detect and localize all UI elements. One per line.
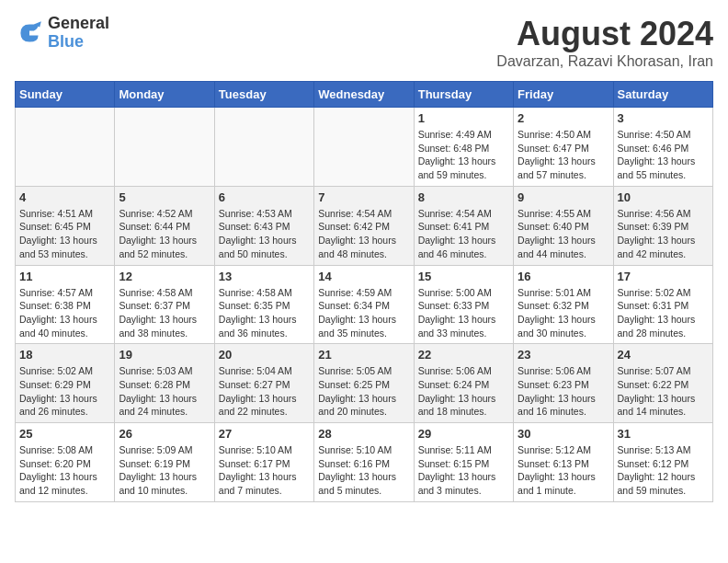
calendar-cell: 25Sunrise: 5:08 AMSunset: 6:20 PMDayligh…	[16, 423, 115, 502]
day-info: Sunrise: 4:49 AMSunset: 6:48 PMDaylight:…	[418, 128, 509, 182]
day-number: 17	[618, 270, 709, 283]
week-row-2: 4Sunrise: 4:51 AMSunset: 6:45 PMDaylight…	[16, 186, 713, 265]
day-number: 8	[418, 190, 509, 204]
calendar-cell	[214, 108, 313, 187]
calendar-cell: 22Sunrise: 5:06 AMSunset: 6:24 PMDayligh…	[414, 344, 513, 423]
calendar-cell	[16, 108, 115, 187]
day-info: Sunrise: 5:03 AMSunset: 6:28 PMDaylight:…	[119, 364, 210, 419]
week-row-4: 18Sunrise: 5:02 AMSunset: 6:29 PMDayligh…	[16, 344, 713, 423]
day-info: Sunrise: 5:10 AMSunset: 6:16 PMDaylight:…	[318, 443, 409, 498]
day-number: 26	[119, 427, 210, 441]
calendar-cell	[115, 108, 214, 187]
logo: General Blue	[15, 15, 109, 52]
calendar-cell: 18Sunrise: 5:02 AMSunset: 6:29 PMDayligh…	[16, 344, 115, 423]
calendar-cell: 13Sunrise: 4:58 AMSunset: 6:35 PMDayligh…	[214, 265, 313, 344]
calendar-cell: 1Sunrise: 4:49 AMSunset: 6:48 PMDaylight…	[414, 108, 513, 187]
day-number: 14	[318, 270, 409, 283]
day-number: 25	[19, 427, 110, 441]
day-info: Sunrise: 5:06 AMSunset: 6:24 PMDaylight:…	[418, 364, 509, 419]
day-info: Sunrise: 4:54 AMSunset: 6:42 PMDaylight:…	[318, 207, 409, 261]
day-info: Sunrise: 4:54 AMSunset: 6:41 PMDaylight:…	[418, 207, 509, 261]
weekday-header-friday: Friday	[514, 82, 613, 108]
page-header: General Blue August 2024 Davarzan, Razav…	[15, 15, 713, 70]
calendar-cell: 4Sunrise: 4:51 AMSunset: 6:45 PMDaylight…	[16, 186, 115, 265]
calendar-cell: 24Sunrise: 5:07 AMSunset: 6:22 PMDayligh…	[613, 344, 712, 423]
day-info: Sunrise: 4:52 AMSunset: 6:44 PMDaylight:…	[119, 207, 210, 261]
calendar-cell: 11Sunrise: 4:57 AMSunset: 6:38 PMDayligh…	[16, 265, 115, 344]
day-info: Sunrise: 5:09 AMSunset: 6:19 PMDaylight:…	[119, 443, 210, 498]
day-info: Sunrise: 5:05 AMSunset: 6:25 PMDaylight:…	[318, 364, 409, 419]
day-number: 10	[618, 190, 709, 204]
day-number: 3	[618, 111, 709, 125]
day-info: Sunrise: 4:51 AMSunset: 6:45 PMDaylight:…	[19, 207, 110, 261]
day-number: 2	[518, 111, 609, 125]
day-number: 24	[618, 348, 709, 362]
calendar-cell: 17Sunrise: 5:02 AMSunset: 6:31 PMDayligh…	[613, 265, 712, 344]
weekday-header-row: SundayMondayTuesdayWednesdayThursdayFrid…	[16, 82, 713, 108]
calendar-cell: 10Sunrise: 4:56 AMSunset: 6:39 PMDayligh…	[613, 186, 712, 265]
weekday-header-tuesday: Tuesday	[214, 82, 313, 108]
day-info: Sunrise: 5:07 AMSunset: 6:22 PMDaylight:…	[618, 364, 709, 419]
calendar-cell	[314, 108, 414, 187]
calendar-cell: 5Sunrise: 4:52 AMSunset: 6:44 PMDaylight…	[115, 186, 214, 265]
day-info: Sunrise: 5:00 AMSunset: 6:33 PMDaylight:…	[418, 286, 509, 340]
calendar-cell: 23Sunrise: 5:06 AMSunset: 6:23 PMDayligh…	[514, 344, 613, 423]
week-row-3: 11Sunrise: 4:57 AMSunset: 6:38 PMDayligh…	[16, 265, 713, 344]
day-number: 29	[418, 427, 509, 441]
calendar-cell: 31Sunrise: 5:13 AMSunset: 6:12 PMDayligh…	[613, 423, 712, 502]
day-number: 11	[19, 270, 110, 283]
calendar-cell: 29Sunrise: 5:11 AMSunset: 6:15 PMDayligh…	[414, 423, 513, 502]
calendar-cell: 21Sunrise: 5:05 AMSunset: 6:25 PMDayligh…	[314, 344, 414, 423]
logo-text: General Blue	[48, 15, 109, 52]
day-number: 28	[318, 427, 409, 441]
day-number: 1	[418, 111, 509, 125]
day-number: 22	[418, 348, 509, 362]
calendar-cell: 20Sunrise: 5:04 AMSunset: 6:27 PMDayligh…	[214, 344, 313, 423]
calendar-cell: 12Sunrise: 4:58 AMSunset: 6:37 PMDayligh…	[115, 265, 214, 344]
day-info: Sunrise: 5:13 AMSunset: 6:12 PMDaylight:…	[618, 443, 709, 498]
calendar-cell: 14Sunrise: 4:59 AMSunset: 6:34 PMDayligh…	[314, 265, 414, 344]
day-number: 21	[318, 348, 409, 362]
calendar-cell: 19Sunrise: 5:03 AMSunset: 6:28 PMDayligh…	[115, 344, 214, 423]
day-info: Sunrise: 5:08 AMSunset: 6:20 PMDaylight:…	[19, 443, 110, 498]
day-info: Sunrise: 4:50 AMSunset: 6:47 PMDaylight:…	[518, 128, 609, 182]
calendar-cell: 6Sunrise: 4:53 AMSunset: 6:43 PMDaylight…	[214, 186, 313, 265]
day-info: Sunrise: 5:12 AMSunset: 6:13 PMDaylight:…	[518, 443, 609, 498]
day-number: 31	[618, 427, 709, 441]
weekday-header-thursday: Thursday	[414, 82, 513, 108]
day-info: Sunrise: 4:58 AMSunset: 6:35 PMDaylight:…	[219, 286, 310, 340]
day-info: Sunrise: 4:55 AMSunset: 6:40 PMDaylight:…	[518, 207, 609, 261]
day-number: 23	[518, 348, 609, 362]
day-info: Sunrise: 5:01 AMSunset: 6:32 PMDaylight:…	[518, 286, 609, 340]
day-number: 15	[418, 270, 509, 283]
logo-icon	[15, 18, 44, 48]
calendar-cell: 27Sunrise: 5:10 AMSunset: 6:17 PMDayligh…	[214, 423, 313, 502]
calendar-cell: 9Sunrise: 4:55 AMSunset: 6:40 PMDaylight…	[514, 186, 613, 265]
location-subtitle: Davarzan, Razavi Khorasan, Iran	[496, 53, 713, 70]
day-number: 7	[318, 190, 409, 204]
day-info: Sunrise: 5:06 AMSunset: 6:23 PMDaylight:…	[518, 364, 609, 419]
calendar-cell: 7Sunrise: 4:54 AMSunset: 6:42 PMDaylight…	[314, 186, 414, 265]
day-number: 12	[119, 270, 210, 283]
week-row-1: 1Sunrise: 4:49 AMSunset: 6:48 PMDaylight…	[16, 108, 713, 187]
day-info: Sunrise: 5:10 AMSunset: 6:17 PMDaylight:…	[219, 443, 310, 498]
calendar-table: SundayMondayTuesdayWednesdayThursdayFrid…	[15, 81, 713, 502]
day-info: Sunrise: 4:58 AMSunset: 6:37 PMDaylight:…	[119, 286, 210, 340]
week-row-5: 25Sunrise: 5:08 AMSunset: 6:20 PMDayligh…	[16, 423, 713, 502]
day-number: 16	[518, 270, 609, 283]
weekday-header-sunday: Sunday	[16, 82, 115, 108]
calendar-cell: 28Sunrise: 5:10 AMSunset: 6:16 PMDayligh…	[314, 423, 414, 502]
day-number: 6	[219, 190, 310, 204]
day-info: Sunrise: 4:57 AMSunset: 6:38 PMDaylight:…	[19, 286, 110, 340]
day-info: Sunrise: 5:04 AMSunset: 6:27 PMDaylight:…	[219, 364, 310, 419]
day-number: 30	[518, 427, 609, 441]
calendar-cell: 3Sunrise: 4:50 AMSunset: 6:46 PMDaylight…	[613, 108, 712, 187]
calendar-cell: 15Sunrise: 5:00 AMSunset: 6:33 PMDayligh…	[414, 265, 513, 344]
day-info: Sunrise: 5:02 AMSunset: 6:31 PMDaylight:…	[618, 286, 709, 340]
day-info: Sunrise: 4:50 AMSunset: 6:46 PMDaylight:…	[618, 128, 709, 182]
day-number: 9	[518, 190, 609, 204]
day-number: 13	[219, 270, 310, 283]
month-title: August 2024	[496, 15, 713, 53]
day-number: 27	[219, 427, 310, 441]
day-info: Sunrise: 4:53 AMSunset: 6:43 PMDaylight:…	[219, 207, 310, 261]
